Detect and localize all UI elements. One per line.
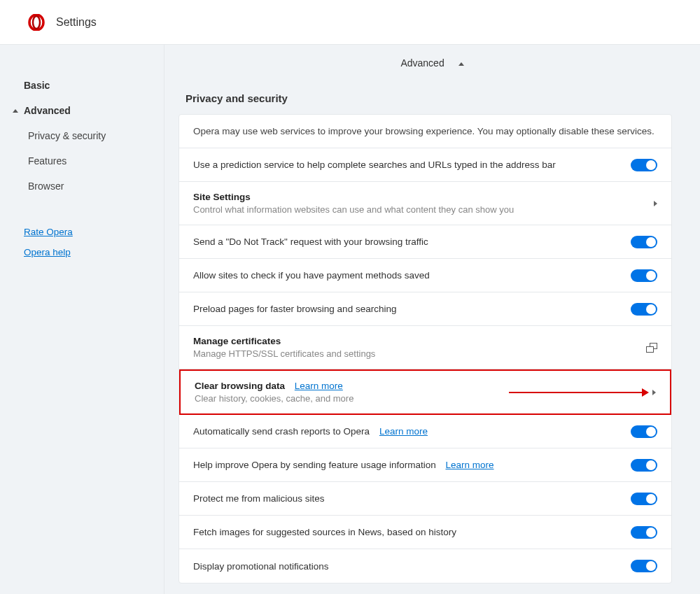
row-text: Automatically send crash reports to Oper… — [193, 426, 631, 437]
row-label: Allow sites to check if you have payment… — [193, 270, 631, 281]
chevron-right-icon — [654, 201, 657, 206]
toggle-news-images[interactable] — [631, 526, 657, 539]
row-subtitle: Manage HTTPS/SSL certificates and settin… — [193, 348, 632, 359]
row-news-images: Fetch images for suggested sources in Ne… — [179, 516, 671, 549]
row-label: Use a prediction service to help complet… — [193, 160, 631, 170]
opera-logo-icon — [28, 14, 45, 31]
row-manage-certificates[interactable]: Manage certificates Manage HTTPS/SSL cer… — [179, 326, 671, 369]
row-subtitle: Control what information websites can us… — [193, 204, 640, 215]
row-payment-methods: Allow sites to check if you have payment… — [179, 259, 671, 292]
topbar: Settings — [0, 0, 700, 45]
section-toggle-label: Advanced — [400, 57, 444, 69]
row-preload-pages: Preload pages for faster browsing and se… — [179, 292, 671, 326]
link-rate-opera[interactable]: Rate Opera — [24, 227, 164, 237]
caret-up-icon — [458, 62, 464, 66]
row-do-not-track: Send a "Do Not Track" request with your … — [179, 225, 671, 259]
row-label: Automatically send crash reports to Oper… — [193, 426, 370, 437]
row-clear-browsing-data[interactable]: Clear browsing data Learn more Clear his… — [179, 369, 671, 415]
chevron-right-icon — [652, 390, 656, 395]
toggle-preload-pages[interactable] — [631, 303, 657, 316]
sidebar-item-features[interactable]: Features — [28, 148, 164, 174]
toggle-promotional-notifications[interactable] — [631, 560, 657, 572]
row-promotional-notifications: Display promotional notifications — [179, 549, 671, 583]
content-wrap: Privacy and security Opera may use web s… — [164, 81, 700, 594]
main-content: Advanced Privacy and security Opera may … — [164, 45, 700, 594]
page-title: Settings — [56, 16, 97, 29]
row-label: Help improve Opera by sending feature us… — [193, 460, 436, 470]
sidebar-sublist: Privacy & security Features Browser — [24, 123, 164, 199]
row-title: Site Settings — [193, 192, 640, 202]
sidebar-item-browser[interactable]: Browser — [28, 174, 164, 199]
svg-marker-3 — [642, 388, 649, 397]
toggle-malicious-sites[interactable] — [631, 493, 657, 505]
annotation-arrow-icon — [509, 386, 649, 399]
section-toggle-advanced[interactable]: Advanced — [164, 45, 700, 81]
learn-more-link[interactable]: Learn more — [295, 381, 343, 391]
row-text: Help improve Opera by sending feature us… — [193, 460, 631, 470]
intro-row: Opera may use web services to improve yo… — [179, 115, 671, 148]
row-malicious-sites: Protect me from malicious sites — [179, 482, 671, 516]
row-label: Fetch images for suggested sources in Ne… — [193, 527, 631, 537]
svg-point-1 — [33, 16, 40, 29]
section-heading-privacy: Privacy and security — [178, 81, 672, 114]
row-title: Clear browsing data — [195, 381, 285, 391]
row-prediction-service: Use a prediction service to help complet… — [179, 148, 671, 182]
toggle-feature-usage[interactable] — [631, 459, 657, 472]
toggle-payment-methods[interactable] — [631, 269, 657, 282]
learn-more-link[interactable]: Learn more — [445, 460, 493, 470]
row-label: Display promotional notifications — [193, 561, 631, 572]
row-site-settings[interactable]: Site Settings Control what information w… — [179, 182, 671, 225]
row-label: Preload pages for faster browsing and se… — [193, 304, 631, 314]
sidebar-item-advanced[interactable]: Advanced — [24, 98, 164, 123]
intro-text: Opera may use web services to improve yo… — [193, 126, 654, 136]
sidebar-links: Rate Opera Opera help — [24, 227, 164, 257]
row-label: Protect me from malicious sites — [193, 493, 631, 504]
settings-panel: Opera may use web services to improve yo… — [178, 114, 672, 584]
row-feature-usage: Help improve Opera by sending feature us… — [179, 448, 671, 482]
caret-up-icon — [13, 109, 18, 113]
sidebar-item-label: Advanced — [24, 105, 71, 116]
sidebar-item-privacy-security[interactable]: Privacy & security — [28, 123, 164, 148]
svg-point-0 — [29, 15, 43, 30]
sidebar-item-basic[interactable]: Basic — [24, 73, 164, 98]
toggle-do-not-track[interactable] — [631, 236, 657, 248]
row-title: Manage certificates — [193, 336, 632, 346]
toggle-prediction-service[interactable] — [631, 159, 657, 171]
row-text: Manage certificates Manage HTTPS/SSL cer… — [193, 336, 646, 359]
row-crash-reports: Automatically send crash reports to Oper… — [179, 415, 671, 448]
link-opera-help[interactable]: Opera help — [24, 247, 164, 257]
external-link-icon — [646, 343, 657, 353]
row-text: Site Settings Control what information w… — [193, 192, 654, 215]
sidebar: Basic Advanced Privacy & security Featur… — [0, 45, 164, 594]
toggle-crash-reports[interactable] — [631, 425, 657, 438]
row-label: Send a "Do Not Track" request with your … — [193, 236, 631, 247]
layout: Basic Advanced Privacy & security Featur… — [0, 45, 700, 594]
learn-more-link[interactable]: Learn more — [379, 426, 428, 437]
